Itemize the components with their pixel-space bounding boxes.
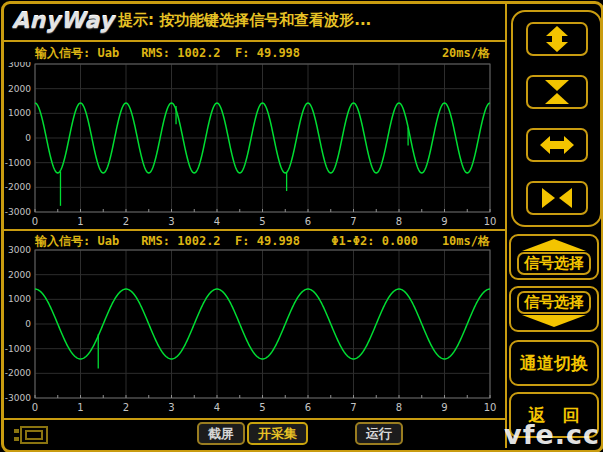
run-button[interactable]: 运行 <box>355 422 403 445</box>
svg-text:0: 0 <box>25 319 31 329</box>
screenshot-button[interactable]: 截屏 <box>197 422 245 445</box>
svg-text:9: 9 <box>441 402 447 413</box>
svg-text:8: 8 <box>396 402 402 413</box>
oscilloscope-screen: AnyWay 提示: 按功能键选择信号和查看波形... 输入信号: Uab RM… <box>0 0 603 452</box>
svg-text:0: 0 <box>32 402 38 413</box>
titlebar: AnyWay 提示: 按功能键选择信号和查看波形... <box>0 0 505 40</box>
svg-text:1: 1 <box>77 216 83 227</box>
triangle-up-icon <box>522 239 586 251</box>
channel-switch-label: 通道切换 <box>520 352 588 375</box>
waveform-panel-2-plot: 3000200010000-1000-2000-3000012345678910 <box>4 246 505 418</box>
svg-text:1: 1 <box>77 402 83 413</box>
horizontal-compress-icon <box>539 184 575 212</box>
svg-text:-1000: -1000 <box>5 158 31 168</box>
svg-text:5: 5 <box>259 216 265 227</box>
svg-text:3: 3 <box>168 216 174 227</box>
start-capture-button[interactable]: 开采集 <box>247 422 308 445</box>
title-separator <box>4 40 507 42</box>
svg-text:2: 2 <box>123 216 129 227</box>
svg-text:10: 10 <box>484 402 497 413</box>
bottombar-separator <box>4 418 507 420</box>
panel1-signal-label: 输入信号: Uab <box>35 45 119 62</box>
svg-text:0: 0 <box>32 216 38 227</box>
svg-text:9: 9 <box>441 216 447 227</box>
svg-text:4: 4 <box>214 216 220 227</box>
svg-text:-3000: -3000 <box>5 207 31 217</box>
battery-icon <box>11 424 51 446</box>
panel1-header: 输入信号: Uab RMS: 1002.2 F: 49.998 20ms/格 <box>4 44 505 62</box>
svg-text:6: 6 <box>305 216 311 227</box>
signal-select-up-button[interactable]: 信号选择 <box>509 234 599 280</box>
svg-text:0: 0 <box>25 133 31 143</box>
panel1-timebase: 20ms/格 <box>442 45 490 62</box>
svg-text:-3000: -3000 <box>5 393 31 403</box>
signal-select-down-button[interactable]: 信号选择 <box>509 286 599 332</box>
vertical-compress-icon <box>539 78 575 106</box>
vertical-expand-button[interactable] <box>526 22 588 56</box>
waveform-panel-1-plot: 3000200010000-1000-2000-3000012345678910 <box>4 62 505 230</box>
svg-text:-2000: -2000 <box>5 368 31 378</box>
svg-text:1000: 1000 <box>8 294 31 304</box>
panel-separator <box>4 229 507 231</box>
vfe-watermark: vfe.cc <box>504 419 600 450</box>
signal-select-down-label: 信号选择 <box>517 291 591 314</box>
svg-text:3: 3 <box>168 402 174 413</box>
svg-text:1000: 1000 <box>8 108 31 118</box>
svg-text:2: 2 <box>123 402 129 413</box>
svg-text:-2000: -2000 <box>5 182 31 192</box>
svg-text:7: 7 <box>350 216 356 227</box>
panel1-readings: RMS: 1002.2 F: 49.998 <box>141 46 300 60</box>
triangle-down-icon <box>522 315 586 327</box>
channel-switch-button[interactable]: 通道切换 <box>509 340 599 386</box>
horizontal-expand-icon <box>539 131 575 159</box>
horizontal-expand-button[interactable] <box>526 128 588 162</box>
svg-text:4: 4 <box>214 402 220 413</box>
svg-text:5: 5 <box>259 402 265 413</box>
svg-text:2000: 2000 <box>8 84 31 94</box>
svg-text:-1000: -1000 <box>5 344 31 354</box>
svg-text:7: 7 <box>350 402 356 413</box>
svg-text:8: 8 <box>396 216 402 227</box>
waveform-zoom-button-group <box>511 10 602 227</box>
anyway-logo: AnyWay <box>12 8 114 33</box>
vertical-compress-button[interactable] <box>526 75 588 109</box>
horizontal-compress-button[interactable] <box>526 181 588 215</box>
svg-text:3000: 3000 <box>8 62 31 69</box>
vertical-expand-icon <box>539 25 575 53</box>
signal-select-up-label: 信号选择 <box>517 252 591 275</box>
svg-text:3000: 3000 <box>8 246 31 255</box>
svg-text:6: 6 <box>305 402 311 413</box>
hint-text: 提示: 按功能键选择信号和查看波形... <box>118 11 371 30</box>
svg-text:10: 10 <box>484 216 497 227</box>
svg-text:2000: 2000 <box>8 270 31 280</box>
sidebar-separator <box>505 4 507 448</box>
